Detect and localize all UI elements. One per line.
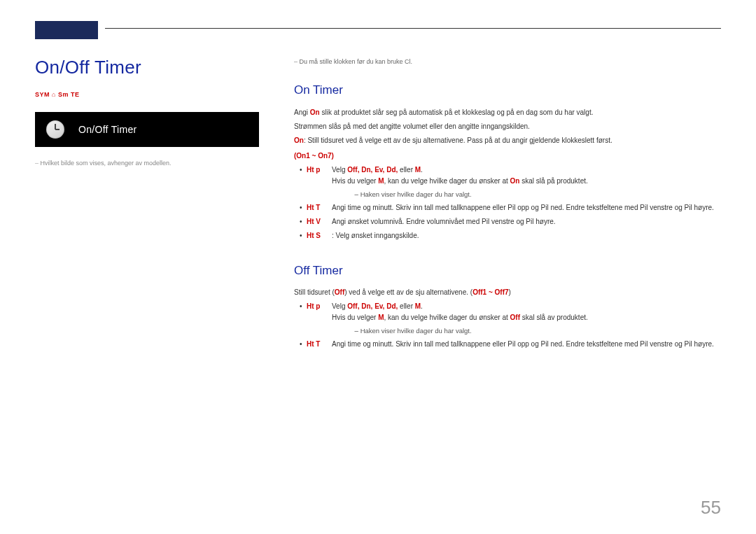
right-column: Du må stille klokken før du kan bruke Cl… [294,57,721,370]
ui-preview-label: On/Off Timer [78,124,136,135]
on-para-3: On: Still tidsuret ved å velge ett av de… [294,135,721,146]
on-para-1: Angi On slik at produktet slår seg på au… [294,107,721,118]
off-options: Ht p Velg Off, Dn, Ev, Dd, eller M. Hvis… [294,301,721,350]
list-item: Ht T Angi time og minutt. Skriv inn tall… [294,202,721,213]
sub-note: Haken viser hvilke dager du har valgt. [354,189,721,199]
on-options: Ht p Velg Off, Dn, Ev, Dd, eller M. Hvis… [294,164,721,241]
on-timer-heading: On Timer [294,80,721,99]
top-divider [105,28,721,29]
list-item: Ht S : Velg ønsket inngangskilde. [294,230,721,241]
list-item: Ht p Velg Off, Dn, Ev, Dd, eller M. Hvis… [294,164,721,199]
breadcrumb: SYM ⌂ Sm TE [35,91,259,98]
main-content: On/Off Timer SYM ⌂ Sm TE On/Off Timer Hv… [35,57,721,370]
clock-note-text: Du må stille klokken før du kan bruke Cl… [300,58,413,65]
sub-note: Haken viser hvilke dager du har valgt. [354,325,721,336]
chapter-tab [35,21,98,39]
off-para-1: Still tidsuret (Off) ved å velge ett av … [294,287,721,298]
page-number: 55 [701,497,721,519]
preview-caption: Hvilket bilde som vises, avhenger av mod… [35,160,259,167]
ui-preview: On/Off Timer [35,112,259,147]
clock-note: Du må stille klokken før du kan bruke Cl… [294,57,721,66]
list-item: Ht V Angi ønsket volumnivå. Endre volumn… [294,216,721,227]
clock-icon [46,120,64,139]
off-timer-heading: Off Timer [294,261,721,280]
page-title: On/Off Timer [35,57,259,78]
on-para-2: Strømmen slås på med det angitte volumet… [294,121,721,132]
on-range: (On1 ~ On7) [294,150,721,162]
off-timer-section: Off Timer Still tidsuret (Off) ved å vel… [294,261,721,350]
list-item: Ht T Angi time og minutt. Skriv inn tall… [294,339,721,350]
list-item: Ht p Velg Off, Dn, Ev, Dd, eller M. Hvis… [294,301,721,336]
left-column: On/Off Timer SYM ⌂ Sm TE On/Off Timer Hv… [35,57,259,370]
on-timer-section: On Timer Angi On slik at produktet slår … [294,80,721,241]
